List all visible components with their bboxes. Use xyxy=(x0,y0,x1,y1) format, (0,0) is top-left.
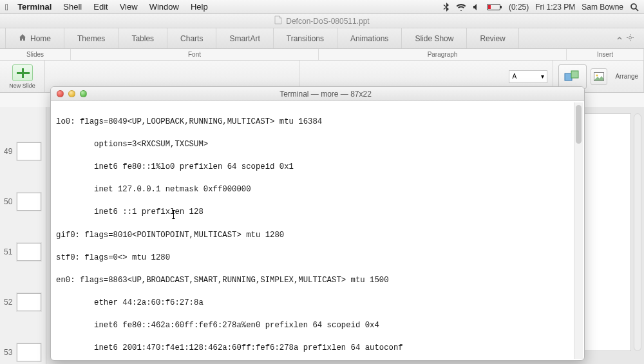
slide-number: 52 xyxy=(4,298,17,307)
tab-animations[interactable]: Animations xyxy=(337,28,402,48)
tab-transitions[interactable]: Transitions xyxy=(274,28,337,48)
svg-rect-10 xyxy=(565,73,572,81)
spotlight-icon[interactable] xyxy=(630,3,639,12)
slide-thumbnail xyxy=(17,243,41,261)
gear-icon[interactable] xyxy=(627,34,634,43)
menu-view[interactable]: View xyxy=(120,2,138,12)
slide-thumbnail xyxy=(17,193,41,211)
ribbon-section-labels: Slides Font Paragraph Insert xyxy=(0,49,644,61)
terminal-line: stf0: flags=0<> mtu 1280 xyxy=(56,253,583,264)
menu-help[interactable]: Help xyxy=(191,2,208,12)
macos-menubar:  Terminal Shell Edit View Window Help (… xyxy=(0,0,644,14)
terminal-line: en0: flags=8863<UP,BROADCAST,SMART,RUNNI… xyxy=(56,275,583,287)
slide-number: 53 xyxy=(4,348,17,357)
document-icon xyxy=(274,15,282,26)
tab-themes[interactable]: Themes xyxy=(64,28,118,48)
terminal-line: inet6 fe80::462a:60ff:fef6:278a%en0 pref… xyxy=(56,320,583,332)
battery-icon[interactable] xyxy=(487,3,502,11)
terminal-line: ether 44:2a:60:f6:27:8a xyxy=(56,298,583,309)
apple-menu-icon[interactable]:  xyxy=(5,2,8,12)
menu-edit[interactable]: Edit xyxy=(93,2,108,12)
new-slide-button[interactable]: New Slide xyxy=(0,61,45,92)
tab-label: SmartArt xyxy=(229,34,260,43)
menubar-clock[interactable]: Fri 1:23 PM xyxy=(535,3,575,12)
tab-label: Animations xyxy=(350,34,388,43)
svg-point-3 xyxy=(631,4,636,9)
terminal-scrollbar[interactable] xyxy=(574,102,583,359)
section-insert: Insert xyxy=(567,49,644,60)
section-slides: Slides xyxy=(0,49,71,60)
tab-tables[interactable]: Tables xyxy=(118,28,167,48)
svg-rect-11 xyxy=(571,71,578,78)
menubar-username[interactable]: Sam Bowne xyxy=(582,3,623,12)
menu-shell[interactable]: Shell xyxy=(63,2,82,12)
style-dropdown-value: A xyxy=(512,73,516,80)
tab-home[interactable]: Home xyxy=(5,28,64,48)
shapes-button[interactable] xyxy=(558,64,587,89)
slide-thumbnail xyxy=(17,293,41,311)
arrange-label[interactable]: Arrange xyxy=(615,73,638,80)
terminal-line: gif0: flags=8010<POINTOPOINT,MULTICAST> … xyxy=(56,230,583,242)
wifi-icon[interactable] xyxy=(456,3,466,11)
terminal-titlebar[interactable]: Terminal — more — 87x22 xyxy=(51,87,584,101)
slide-nav-item[interactable]: 52 xyxy=(0,277,46,327)
terminal-line: inet6 2001:470:f4e1:128:462a:60ff:fef6:2… xyxy=(56,343,583,354)
scrollbar-thumb[interactable] xyxy=(576,105,582,144)
slides-nav-panel[interactable]: 49 50 51 52 53 xyxy=(0,107,46,364)
terminal-line: inet6 ::1 prefixlen 128 xyxy=(56,207,583,218)
powerpoint-window: Defcon-DoS-080511.ppt Home Themes Tables… xyxy=(0,14,644,364)
menubar-status: (0:25) Fri 1:23 PM Sam Bowne xyxy=(443,3,639,12)
new-slide-label: New Slide xyxy=(9,82,35,89)
tab-label: Review xyxy=(480,34,505,43)
window-close-button[interactable] xyxy=(57,90,64,97)
window-minimize-button[interactable] xyxy=(68,90,75,97)
tab-label: Transitions xyxy=(287,34,324,43)
battery-time: (0:25) xyxy=(509,3,529,12)
chevron-down-icon: ▾ xyxy=(541,73,544,80)
terminal-line: inet 127.0.0.1 netmask 0xff000000 xyxy=(56,184,583,196)
tab-review[interactable]: Review xyxy=(467,28,518,48)
slide-number: 51 xyxy=(4,247,17,256)
picture-button[interactable] xyxy=(591,68,607,85)
terminal-line: lo0: flags=8049<UP,LOOPBACK,RUNNING,MULT… xyxy=(56,117,583,128)
ribbon-tabs: Home Themes Tables Charts SmartArt Trans… xyxy=(0,28,644,49)
section-paragraph: Paragraph xyxy=(319,49,567,60)
slide-thumbnail xyxy=(17,343,41,361)
tab-smartart[interactable]: SmartArt xyxy=(216,28,273,48)
tab-label: Slide Show xyxy=(415,34,453,43)
powerpoint-titlebar: Defcon-DoS-080511.ppt xyxy=(0,14,644,28)
terminal-window[interactable]: Terminal — more — 87x22 lo0: flags=8049<… xyxy=(50,86,585,361)
svg-rect-2 xyxy=(488,5,491,9)
editor-scrollbar[interactable] xyxy=(634,113,641,351)
document-title: Defcon-DoS-080511.ppt xyxy=(286,17,369,26)
tab-home-label: Home xyxy=(30,34,51,43)
svg-point-5 xyxy=(629,36,632,39)
slide-thumbnail xyxy=(17,142,41,160)
slide-nav-item[interactable]: 51 xyxy=(0,227,46,277)
new-slide-icon xyxy=(12,64,33,81)
text-cursor-icon xyxy=(173,210,174,219)
slide-nav-item[interactable]: 50 xyxy=(0,177,46,227)
ribbon-collapse-icon[interactable] xyxy=(616,34,623,43)
terminal-line: options=3<RXCSUM,TXCSUM> xyxy=(56,139,583,151)
menu-window[interactable]: Window xyxy=(149,2,179,12)
section-font: Font xyxy=(71,49,319,60)
tab-charts[interactable]: Charts xyxy=(167,28,216,48)
tab-label: Themes xyxy=(77,34,105,43)
slide-number: 49 xyxy=(4,147,17,156)
svg-rect-1 xyxy=(500,6,502,8)
terminal-title: Terminal — more — 87x22 xyxy=(93,90,584,99)
bluetooth-icon[interactable] xyxy=(443,3,450,12)
svg-point-13 xyxy=(596,74,598,76)
slide-nav-item[interactable]: 49 xyxy=(0,126,46,177)
app-menu[interactable]: Terminal xyxy=(17,2,52,12)
tab-label: Charts xyxy=(180,34,203,43)
terminal-line: inet6 fe80::1%lo0 prefixlen 64 scopeid 0… xyxy=(56,162,583,173)
terminal-output[interactable]: lo0: flags=8049<UP,LOOPBACK,RUNNING,MULT… xyxy=(51,101,584,360)
style-dropdown[interactable]: A ▾ xyxy=(509,70,547,83)
slide-nav-item[interactable]: 53 xyxy=(0,327,46,364)
volume-icon[interactable] xyxy=(473,3,480,11)
slide-number: 50 xyxy=(4,197,17,206)
tab-slideshow[interactable]: Slide Show xyxy=(402,28,467,48)
window-zoom-button[interactable] xyxy=(80,90,87,97)
